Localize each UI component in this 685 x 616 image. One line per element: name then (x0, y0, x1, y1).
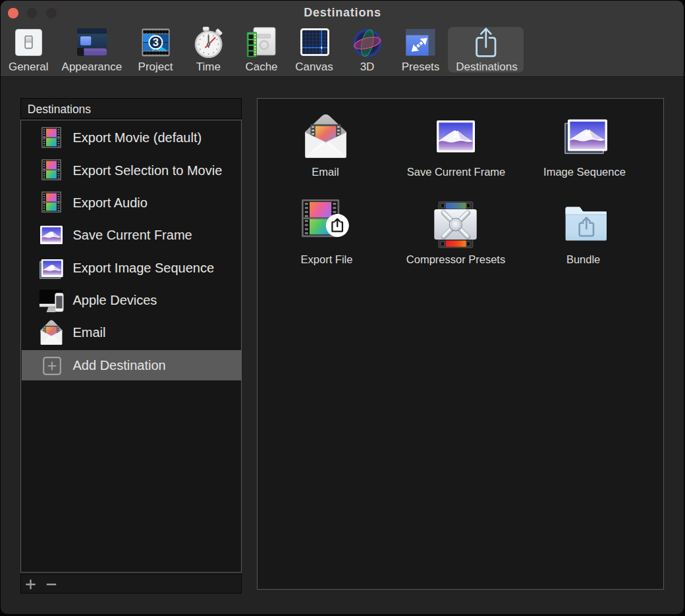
svg-text:3: 3 (152, 36, 158, 48)
